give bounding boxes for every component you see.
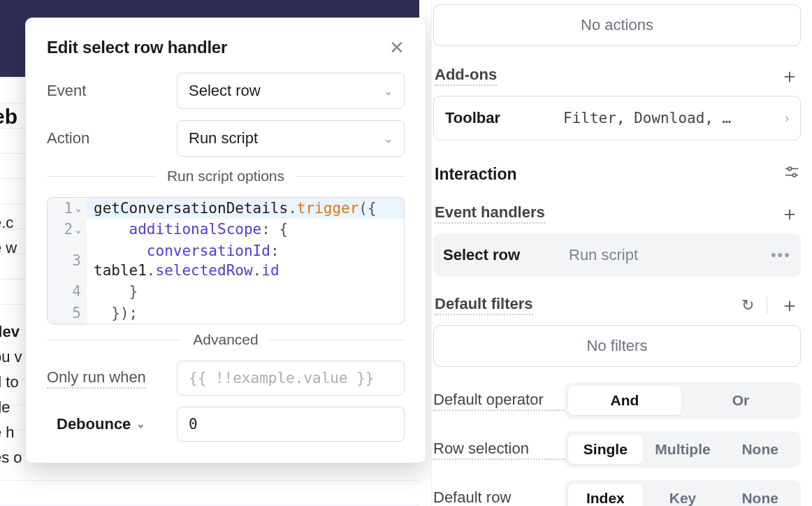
chevron-down-icon: ⌄ [384,85,393,98]
default-row-none-button[interactable]: None [723,484,797,506]
toolbar-addon-label: Toolbar [445,109,500,127]
default-operator-label: Default operator [433,391,565,411]
bg-text: e w [0,239,17,257]
fold-icon[interactable]: ⌄ [75,224,81,236]
operator-or-button[interactable]: Or [684,386,797,415]
reset-icon[interactable]: ↻ [741,296,754,315]
add-addon-button[interactable]: ＋ [780,66,799,86]
event-handlers-heading: Event handlers [435,203,545,224]
bg-text: es o [0,449,22,467]
chevron-down-icon: ⌄ [384,132,393,145]
interaction-heading: Interaction [435,165,517,184]
sliders-icon[interactable] [784,164,799,184]
handler-item-select-row[interactable]: Select row Run script ••• [433,233,801,277]
row-selection-label: Row selection [433,440,565,460]
modal-title: Edit select row handler [47,38,227,57]
bg-text: d to [0,373,19,391]
handler-event: Select row [443,246,569,264]
advanced-label: Advanced [193,331,258,348]
addons-heading: Add-ons [435,66,497,86]
event-select-value: Select row [189,82,261,100]
event-select[interactable]: Select row ⌄ [177,73,405,109]
bg-text: eb [0,105,17,129]
bg-text: dev [0,323,20,341]
svg-point-1 [788,167,792,171]
only-run-when-input[interactable]: {{ !!example.value }} [177,361,405,396]
row-selection-none-button[interactable]: None [723,435,797,464]
no-actions-placeholder: No actions [433,4,801,46]
add-handler-button[interactable]: ＋ [780,204,799,224]
more-icon[interactable]: ••• [771,246,791,264]
action-select-value: Run script [189,129,258,147]
action-select[interactable]: Run script ⌄ [177,120,405,157]
close-icon[interactable]: ✕ [389,38,405,57]
default-operator-segmented: And Or [565,382,801,419]
bg-text: de [0,398,10,417]
add-filter-button[interactable]: ＋ [780,296,799,315]
script-options-label: Run script options [167,168,284,185]
default-row-label: Default row [433,489,565,507]
fold-icon[interactable]: ⌄ [75,202,81,215]
row-selection-multiple-button[interactable]: Multiple [646,435,720,464]
default-row-key-button[interactable]: Key [646,484,720,506]
no-filters-placeholder: No filters [433,325,801,367]
row-selection-single-button[interactable]: Single [568,435,643,464]
only-run-when-label: Only run when [47,368,146,389]
event-label: Event [47,82,177,100]
toolbar-addon-value: Filter, Download, … [500,110,785,127]
chevron-right-icon: › [785,111,789,126]
svg-point-3 [792,173,796,177]
action-label: Action [47,129,177,147]
operator-and-button[interactable]: And [568,386,681,415]
row-selection-segmented: Single Multiple None [565,431,801,468]
debounce-input[interactable]: 0 [177,407,405,442]
default-row-segmented: Index Key None [565,480,801,506]
toolbar-addon-item[interactable]: Toolbar Filter, Download, … › [433,96,801,140]
handler-action: Run script [569,246,771,264]
default-filters-heading: Default filters [435,295,533,315]
edit-handler-modal: Edit select row handler ✕ Event Select r… [25,17,426,463]
bg-text: ou v [0,348,22,366]
script-editor[interactable]: 1⌄ getConversationDetails.trigger({ 2⌄ a… [47,197,405,324]
debounce-select[interactable]: Debounce ⌄ [47,415,177,433]
debounce-label: Debounce [57,415,131,433]
inspector-panel: No actions Add-ons ＋ Toolbar Filter, Dow… [431,0,812,506]
bg-text: e h [0,424,15,442]
chevron-down-icon: ⌄ [136,418,145,431]
default-row-index-button[interactable]: Index [568,484,643,506]
bg-text: e.c [0,214,13,232]
